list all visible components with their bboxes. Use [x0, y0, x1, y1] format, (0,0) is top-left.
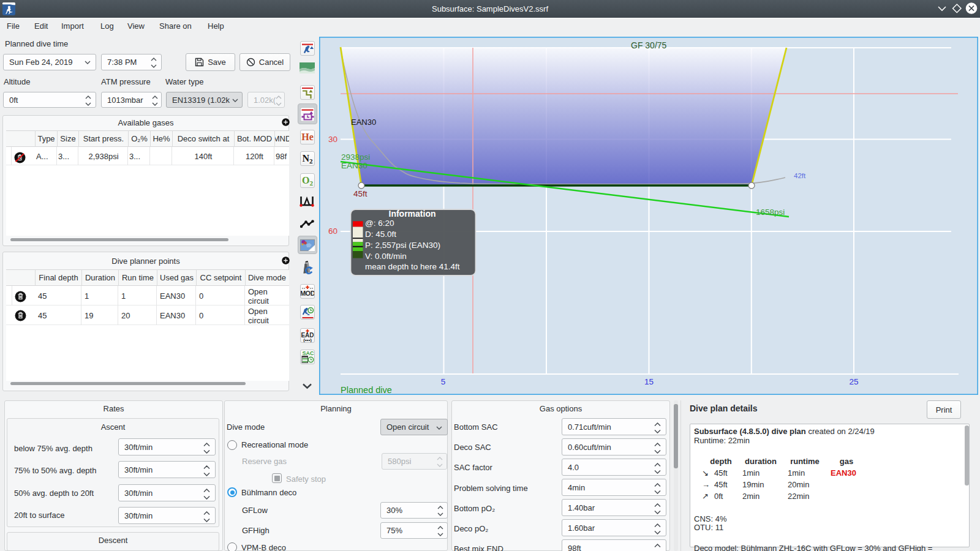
svg-text:45ft: 45ft — [353, 189, 368, 198]
svg-text:Planned dive: Planned dive — [341, 385, 392, 395]
svg-text:D: 45.0ft: D: 45.0ft — [365, 230, 396, 239]
svg-text:@: 6:20: @: 6:20 — [365, 219, 394, 228]
svg-text:42ft: 42ft — [794, 172, 806, 179]
svg-text:30: 30 — [328, 135, 337, 144]
svg-text:V: 0.0ft/min: V: 0.0ft/min — [365, 252, 407, 261]
svg-text:60: 60 — [328, 227, 337, 236]
svg-text:2938psi: 2938psi — [341, 152, 370, 162]
svg-text:1658psi: 1658psi — [756, 208, 785, 217]
svg-text:5: 5 — [441, 377, 446, 386]
svg-text:P: 2,557psi (EAN30): P: 2,557psi (EAN30) — [365, 241, 440, 250]
svg-text:SAC: SAC — [302, 350, 314, 356]
svg-text:15: 15 — [644, 377, 654, 386]
svg-text:25: 25 — [849, 377, 858, 386]
svg-text:EAN30: EAN30 — [341, 161, 368, 170]
svg-text:EAN30: EAN30 — [351, 118, 376, 127]
svg-text:mean depth to here 41.4ft: mean depth to here 41.4ft — [365, 262, 460, 271]
svg-text:GF 30/75: GF 30/75 — [631, 40, 667, 50]
svg-text:Information: Information — [389, 209, 436, 219]
svg-text:MOD: MOD — [301, 289, 314, 296]
svg-text:(•••): (•••) — [303, 337, 312, 342]
